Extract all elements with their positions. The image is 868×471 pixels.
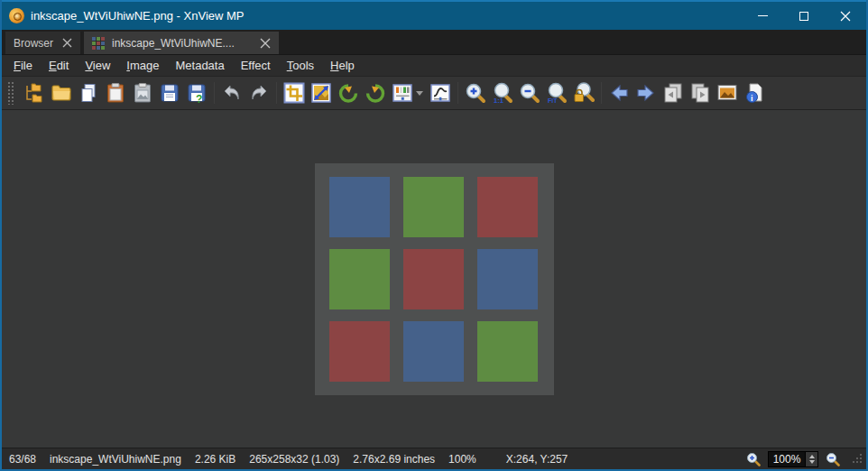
zoom-in-icon (465, 82, 486, 104)
menu-image[interactable]: Image (118, 56, 167, 75)
zoom-out-icon (826, 452, 840, 466)
image-cell-blue (97, 46, 100, 50)
resize-button[interactable] (308, 79, 335, 106)
rotate-right-icon (365, 82, 386, 104)
next-image-button[interactable] (633, 79, 660, 106)
paste-image-icon (132, 82, 153, 104)
zoom-spinbox[interactable]: 100% (768, 451, 818, 467)
status-print-size: 2.76x2.69 inches (353, 453, 435, 466)
close-button[interactable] (825, 2, 866, 30)
tab-label: inkscape_WtViUhiwNE.... (112, 37, 235, 50)
convert-icon (392, 82, 413, 104)
zoom-out-button[interactable] (516, 79, 543, 106)
copy-button[interactable] (75, 79, 102, 106)
crop-button[interactable] (281, 79, 308, 106)
svg-text:1:1: 1:1 (494, 97, 503, 105)
image-cell-red (329, 321, 390, 382)
spinner-up-icon[interactable] (809, 455, 815, 458)
first-page-button[interactable] (660, 79, 687, 106)
toolbar-separator (457, 82, 458, 104)
convert-button[interactable] (389, 79, 416, 106)
curves-button[interactable] (427, 79, 454, 106)
spinner-down-icon[interactable] (809, 460, 815, 464)
tab-close-button[interactable] (62, 38, 72, 48)
grip-handle[interactable] (7, 81, 15, 105)
last-page-button[interactable] (687, 79, 714, 106)
menu-tools[interactable]: Tools (279, 56, 322, 75)
save-as-button[interactable]: ? (183, 79, 210, 106)
zoom-lock-button[interactable] (570, 79, 597, 106)
copy-icon (78, 82, 99, 104)
first-page-icon (662, 82, 684, 104)
maximize-icon (799, 12, 808, 21)
tab-image-viewer[interactable]: inkscape_WtViUhiwNE.... (84, 32, 279, 54)
title-bar: inkscape_WtViUhiwNE.png - XnView MP (2, 0, 866, 30)
rotate-left-button[interactable] (335, 79, 362, 106)
minimize-button[interactable] (742, 2, 783, 30)
curves-icon (429, 82, 451, 104)
status-index: 63/68 (9, 453, 36, 466)
maximize-button[interactable] (783, 2, 825, 30)
save-button[interactable] (156, 79, 183, 106)
status-file-size: 2.26 KiB (195, 453, 235, 466)
image-cell-blue (403, 321, 464, 382)
image-cell-green (329, 249, 390, 309)
window-title: inkscape_WtViUhiwNE.png - XnView MP (31, 9, 742, 23)
zoom-fit-button[interactable]: FiT (543, 79, 570, 106)
paste-image-button[interactable] (129, 79, 156, 106)
zoom-fit-icon: FiT (546, 82, 568, 104)
image-canvas[interactable] (2, 110, 866, 448)
slideshow-button[interactable] (714, 79, 741, 106)
image-cell-red (97, 42, 100, 45)
open-folder-button[interactable] (48, 79, 75, 106)
last-page-icon (689, 82, 711, 104)
toolbar-separator (276, 82, 277, 104)
zoom-1to1-button[interactable]: 1:1 (489, 79, 516, 106)
redo-button[interactable] (245, 79, 272, 106)
image-thumbnail-icon (92, 37, 105, 50)
zoom-in-icon (746, 452, 761, 466)
menu-effect[interactable]: Effect (233, 56, 279, 75)
toolbar-separator (214, 82, 215, 104)
statusbar-zoom-out-button[interactable] (826, 452, 840, 466)
menu-file[interactable]: File (5, 56, 41, 75)
paste-icon (105, 82, 126, 104)
save-as-icon: ? (186, 82, 208, 104)
tab-browser[interactable]: Browser (5, 32, 80, 54)
status-cursor-position: X:264, Y:257 (506, 453, 568, 466)
zoom-in-button[interactable] (462, 79, 489, 106)
paste-button[interactable] (102, 79, 129, 106)
browser-button[interactable] (21, 79, 48, 106)
statusbar-zoom-in-button[interactable] (746, 452, 761, 466)
rotate-right-button[interactable] (362, 79, 389, 106)
resize-grip[interactable] (851, 453, 863, 465)
zoom-1to1-icon: 1:1 (492, 82, 513, 104)
convert-dropdown-arrow-icon[interactable] (416, 91, 423, 96)
menu-metadata[interactable]: Metadata (167, 56, 232, 75)
status-zoom: 100% (448, 453, 476, 466)
open-folder-icon (51, 82, 72, 104)
xnview-window: inkscape_WtViUhiwNE.png - XnView MP Brow… (0, 0, 868, 471)
zoom-spinbox-value: 100% (769, 453, 805, 466)
info-button[interactable]: i (741, 79, 768, 106)
undo-button[interactable] (218, 79, 245, 106)
previous-image-button[interactable] (605, 79, 633, 106)
status-filename: inkscape_WtViUhiwNE.png (50, 453, 181, 466)
menu-edit[interactable]: Edit (41, 56, 77, 75)
info-icon: i (743, 82, 765, 104)
undo-icon (221, 82, 243, 104)
image-cell-green (403, 177, 464, 237)
xnview-logo-icon (9, 8, 24, 23)
close-icon (260, 38, 271, 49)
resize-icon (310, 82, 332, 104)
image-cell-green (101, 46, 105, 50)
tab-bar: Browser inkscape_WtViUhiwNE.... (2, 30, 866, 55)
menu-help[interactable]: Help (322, 56, 363, 75)
tab-close-button[interactable] (260, 38, 271, 49)
menu-view[interactable]: View (77, 56, 118, 75)
toolbar-separator (601, 82, 602, 104)
image-cell-red (403, 249, 464, 309)
tab-label: Browser (14, 37, 53, 50)
crop-icon (283, 82, 305, 104)
zoom-out-icon (519, 82, 540, 104)
